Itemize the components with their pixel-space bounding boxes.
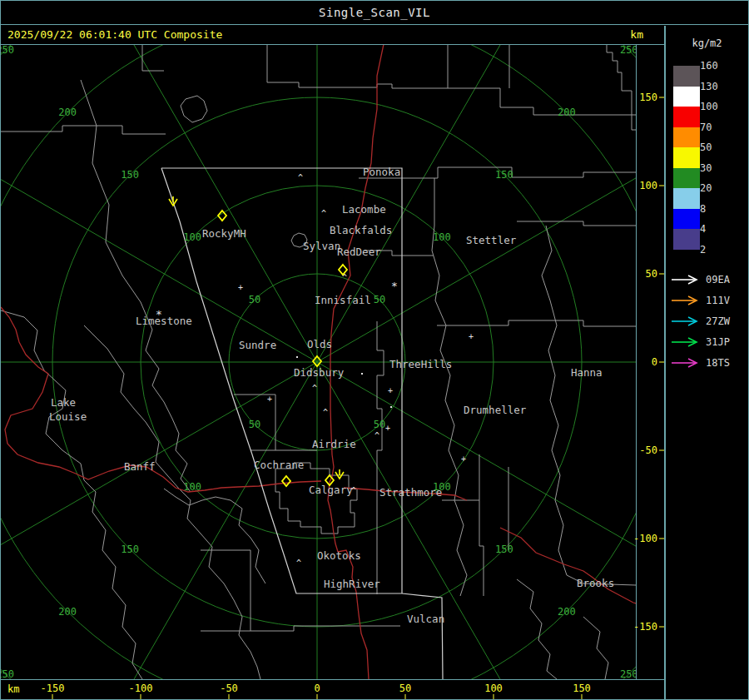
radar-legend-row: 31JP xyxy=(671,331,747,352)
colorbar-label: 2 xyxy=(700,244,706,256)
city-label-reddeer: RedDeer xyxy=(337,246,381,258)
right-axis-tick-label: 50 xyxy=(646,268,657,280)
ring-label-50: 50 xyxy=(249,294,260,305)
radial-line-330 xyxy=(84,44,317,362)
city-label-airdrie: Airdrie xyxy=(312,438,356,450)
city-label-threehills: ThreeHills xyxy=(389,358,452,370)
right-axis-tick-label: -50 xyxy=(639,444,657,456)
ring-label-200: 200 xyxy=(58,107,77,118)
bottom-axis-tick-label: -50 xyxy=(220,683,238,694)
ring-label-50: 50 xyxy=(374,294,385,305)
colorbar-swatch-8 xyxy=(673,209,700,230)
radar-id-label: 27ZW xyxy=(706,315,730,327)
city-label-cochrane: Cochrane xyxy=(254,459,304,471)
title-bar: Single_Scan_VIL xyxy=(1,1,748,25)
ring-label-200: 200 xyxy=(558,606,576,618)
city-label-strathmore: Strathmore xyxy=(379,486,442,499)
city-labels: PonokaLacombeBlackfaldsSylvanRedDeerRock… xyxy=(49,166,614,625)
plus-marker: + xyxy=(385,424,390,433)
ring-label-50: 50 xyxy=(374,419,385,430)
radar-site-diamond-icon xyxy=(282,476,290,486)
bottom-axis-unit: km xyxy=(7,683,19,695)
plus-marker: + xyxy=(267,395,272,404)
radar-legend-row: 111V xyxy=(671,290,747,310)
right-axis-tick-label: -150 xyxy=(633,621,657,633)
ring-label-250: 250 xyxy=(620,44,638,56)
down-arrow-icon xyxy=(169,196,177,206)
caret-marker: ^ xyxy=(323,408,328,417)
right-axis-tick-label: 150 xyxy=(639,92,657,103)
radar-arrow-icon xyxy=(671,316,701,326)
plus-marker: + xyxy=(238,283,243,292)
city-label-drumheller: Drumheller xyxy=(464,404,527,416)
colorbar-label: 8 xyxy=(700,203,706,215)
city-label-limestone: Limestone xyxy=(136,315,192,327)
colorbar-label: 100 xyxy=(700,101,718,112)
radar-id-label: 111V xyxy=(706,295,730,306)
bottom-axis-tick-label: 100 xyxy=(484,683,503,694)
radial-line-210 xyxy=(84,362,317,700)
radar-arrow-icon xyxy=(671,358,701,368)
colorbar-swatch-70 xyxy=(673,127,700,148)
city-label-lacombe: Lacombe xyxy=(342,203,386,216)
colorbar-label: 30 xyxy=(700,162,712,174)
city-label-innisfail: Innisfail xyxy=(315,294,371,306)
right-axis-tick-label: 100 xyxy=(639,180,657,191)
ring-label-50: 50 xyxy=(249,419,260,430)
city-label-sundre: Sundre xyxy=(239,339,276,351)
caret-marker: ^ xyxy=(374,431,379,440)
city-label-lake: Lake xyxy=(51,396,76,409)
radar-legend-row: 09EA xyxy=(671,269,747,290)
caret-marker: ^ xyxy=(296,559,301,568)
colorbar-swatch-160 xyxy=(673,66,700,87)
colorbar-swatch-30 xyxy=(673,168,700,189)
radar-arrow-icon xyxy=(671,337,701,347)
city-label-highriver: HighRiver xyxy=(324,578,380,590)
ring-label-250: 250 xyxy=(620,668,638,680)
scan-timestamp: 2025/09/22 06:01:40 UTC Composite xyxy=(7,26,222,43)
ring-label-100: 100 xyxy=(183,481,201,493)
ring-label-150: 150 xyxy=(495,544,513,555)
colorbar-swatch-50 xyxy=(673,147,700,168)
ring-label-100: 100 xyxy=(183,231,201,243)
radial-line-120 xyxy=(317,362,664,595)
city-label-vulcan: Vulcan xyxy=(407,613,444,625)
caret-marker: ^ xyxy=(298,173,303,182)
radar-id-label: 31JP xyxy=(706,336,730,348)
colorbar-label: 160 xyxy=(700,60,718,72)
asterisk-marker: * xyxy=(156,308,162,320)
ring-label-200: 200 xyxy=(558,107,576,118)
radar-arrow-icon xyxy=(671,295,701,305)
radar-arrow-icon xyxy=(671,275,701,285)
ring-label-250: 250 xyxy=(1,44,14,56)
plus-marker: + xyxy=(461,454,466,464)
app-window: Single_Scan_VIL 2025/09/22 06:01:40 UTC … xyxy=(0,0,749,700)
bottom-axis-tick-label: 0 xyxy=(314,683,320,694)
legend-panel: kg/m2 09EA111V27ZW31JP18TS 1601301007050… xyxy=(664,26,748,700)
city-label-banff: Banff xyxy=(124,460,156,473)
city-label-calgary: Calgary xyxy=(309,484,353,496)
city-label-sylvan: Sylvan xyxy=(303,240,340,252)
colorbar-label: 20 xyxy=(700,182,712,194)
city-label-hanna: Hanna xyxy=(571,366,603,379)
radar-map: 5050505010010010010015015015015020020020… xyxy=(1,44,664,700)
info-bar: 2025/09/22 06:01:40 UTC Composite km xyxy=(1,26,664,44)
colorbar-label: 50 xyxy=(700,141,712,153)
radial-line-300 xyxy=(1,129,317,362)
plus-marker: + xyxy=(469,332,474,341)
ring-label-250: 250 xyxy=(1,668,14,680)
right-axis-unit: km xyxy=(630,26,643,43)
city-label-blackfalds: Blackfalds xyxy=(330,224,392,236)
city-label-stettler: Stettler xyxy=(466,234,517,246)
down-arrow-icon xyxy=(335,469,344,479)
colorbar-label: 4 xyxy=(700,223,706,235)
city-label-okotoks: Okotoks xyxy=(317,549,361,562)
colorbar-label: 70 xyxy=(700,122,712,133)
ring-label-200: 200 xyxy=(58,606,77,618)
city-label-didsbury: Didsbury xyxy=(294,366,345,379)
city-label-rockymh: RockyMH xyxy=(202,227,246,240)
dot-marker xyxy=(390,406,392,408)
colorbar-swatch-4 xyxy=(673,229,700,250)
caret-marker: ^ xyxy=(312,384,317,393)
vil-colorbar xyxy=(673,66,700,250)
